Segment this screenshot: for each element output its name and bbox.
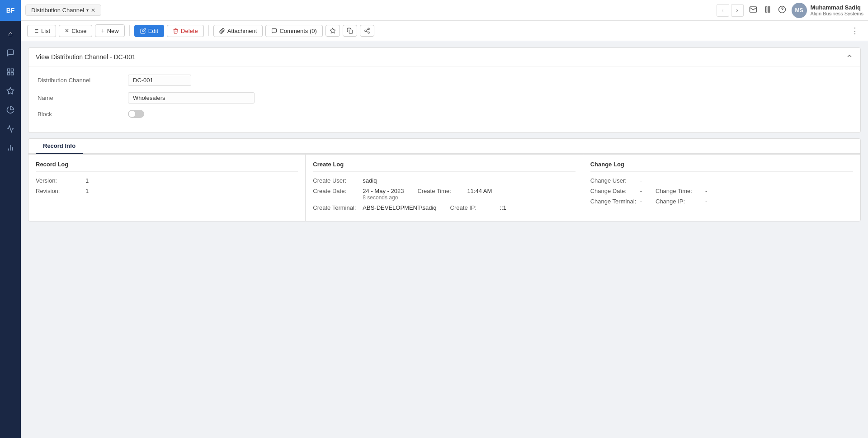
- star-button[interactable]: [326, 25, 340, 37]
- svg-rect-1: [11, 69, 14, 71]
- user-avatar: MS: [792, 3, 807, 18]
- attachment-icon: [219, 28, 225, 34]
- sidebar-item-reports[interactable]: [2, 139, 19, 156]
- change-terminal-label: Change Terminal:: [590, 198, 640, 205]
- copy-button[interactable]: [343, 25, 357, 37]
- create-terminal-label: Create Terminal:: [313, 204, 363, 211]
- change-ip-label: Change IP:: [656, 198, 705, 205]
- name-value[interactable]: Wholesalers: [128, 92, 255, 104]
- record-log-section: Record Log Version: 1 Revision: 1: [28, 155, 306, 221]
- new-button[interactable]: + New: [95, 24, 124, 37]
- nav-prev-button[interactable]: ‹: [717, 4, 729, 17]
- active-tab[interactable]: Distribution Channel ▾ ✕: [25, 5, 101, 16]
- svg-rect-8: [765, 7, 767, 12]
- create-ip-label: Create IP:: [450, 204, 500, 211]
- distribution-channel-value[interactable]: DC-001: [128, 75, 191, 86]
- version-row: Version: 1: [36, 177, 298, 184]
- revision-value: 1: [85, 188, 89, 194]
- sidebar-item-analytics[interactable]: [2, 101, 19, 118]
- toolbar-divider-1: [129, 25, 130, 36]
- close-label: Close: [71, 28, 86, 34]
- change-ip-value: -: [705, 198, 707, 205]
- create-user-value: sadiq: [363, 177, 377, 184]
- comments-button[interactable]: Comments (0): [265, 25, 322, 37]
- change-user-row: Change User: -: [590, 177, 853, 184]
- create-date-label: Create Date:: [313, 188, 363, 194]
- help-icon[interactable]: [778, 5, 786, 15]
- app-logo[interactable]: BF: [0, 0, 21, 21]
- pause-icon[interactable]: [764, 5, 772, 15]
- form-card-header: View Distribution Channel - DC-001: [28, 48, 860, 66]
- top-bar: Distribution Channel ▾ ✕ ‹ ›: [21, 0, 868, 21]
- content-area: View Distribution Channel - DC-001 Distr…: [21, 41, 868, 438]
- comments-label: Comments (0): [279, 28, 316, 34]
- share-button[interactable]: [360, 25, 374, 37]
- revision-label: Revision:: [36, 188, 85, 194]
- toolbar: List ✕ Close + New Edit Delete Attachmen…: [21, 21, 868, 41]
- form-card-title: View Distribution Channel - DC-001: [36, 53, 136, 61]
- list-button[interactable]: List: [27, 25, 56, 37]
- top-bar-left: Distribution Channel ▾ ✕: [25, 5, 101, 16]
- change-log-title: Change Log: [590, 161, 853, 172]
- svg-point-21: [365, 30, 367, 32]
- record-log-grid: Record Log Version: 1 Revision: 1 Create…: [28, 154, 860, 221]
- close-button[interactable]: ✕ Close: [59, 25, 92, 37]
- sidebar-item-grid[interactable]: [2, 63, 19, 80]
- toolbar-divider-2: [208, 25, 209, 36]
- copy-icon: [347, 28, 353, 34]
- change-date-label: Change Date:: [590, 188, 640, 194]
- user-details: Muhammad Sadiq Align Business Systems: [811, 4, 863, 16]
- svg-line-24: [366, 29, 368, 30]
- edit-button[interactable]: Edit: [134, 25, 164, 37]
- edit-icon: [140, 28, 146, 34]
- edit-label: Edit: [148, 28, 158, 34]
- svg-marker-18: [330, 28, 335, 33]
- more-options-button[interactable]: ⋮: [848, 26, 862, 36]
- nav-next-button[interactable]: ›: [731, 4, 744, 17]
- create-date-value: 24 - May - 2023: [363, 188, 404, 194]
- tab-dropdown-icon[interactable]: ▾: [86, 8, 89, 13]
- name-label: Name: [38, 94, 128, 101]
- create-user-row: Create User: sadiq: [313, 177, 575, 184]
- change-date-row: Change Date: - Change Time: -: [590, 188, 853, 194]
- top-bar-right: ‹ › MS Muhammad Sadiq: [717, 3, 863, 18]
- revision-row: Revision: 1: [36, 188, 298, 194]
- create-terminal-value: ABS-DEVELOPMENT\sadiq: [363, 204, 436, 211]
- user-info[interactable]: MS Muhammad Sadiq Align Business Systems: [792, 3, 863, 18]
- mail-icon[interactable]: [749, 5, 757, 15]
- field-name: Name Wholesalers: [38, 92, 851, 104]
- sidebar-item-favorites[interactable]: [2, 82, 19, 99]
- attachment-label: Attachment: [227, 28, 257, 34]
- close-x-icon: ✕: [65, 28, 69, 34]
- tab-label: Distribution Channel: [31, 7, 84, 14]
- list-label: List: [41, 28, 50, 34]
- tab-record-info[interactable]: Record Info: [36, 139, 83, 154]
- share-icon: [364, 28, 370, 34]
- form-card: View Distribution Channel - DC-001 Distr…: [28, 47, 861, 133]
- attachment-button[interactable]: Attachment: [213, 25, 263, 37]
- block-toggle[interactable]: [128, 110, 144, 118]
- change-terminal-row: Change Terminal: - Change IP: -: [590, 198, 853, 205]
- list-icon: [33, 28, 39, 34]
- sidebar-item-activity[interactable]: [2, 120, 19, 137]
- tab-close-icon[interactable]: ✕: [91, 7, 95, 14]
- sidebar: BF ⌂: [0, 0, 21, 438]
- svg-rect-3: [11, 73, 14, 75]
- form-card-body: Distribution Channel DC-001 Name Wholesa…: [28, 66, 860, 132]
- version-label: Version:: [36, 177, 85, 184]
- create-log-section: Create Log Create User: sadiq Create Dat…: [306, 155, 583, 221]
- collapse-icon[interactable]: [846, 52, 853, 61]
- change-time-value: -: [705, 188, 707, 194]
- svg-rect-9: [768, 7, 769, 12]
- top-bar-icons: [749, 5, 786, 15]
- delete-button[interactable]: Delete: [167, 25, 204, 37]
- delete-icon: [173, 28, 179, 34]
- toggle-dot: [129, 111, 135, 117]
- field-block: Block: [38, 110, 851, 118]
- change-user-value: -: [640, 177, 642, 184]
- new-plus-icon: +: [101, 27, 104, 34]
- record-log-title: Record Log: [36, 161, 298, 172]
- sidebar-item-chat[interactable]: [2, 44, 19, 61]
- user-company: Align Business Systems: [811, 11, 863, 16]
- sidebar-item-home[interactable]: ⌂: [2, 25, 19, 42]
